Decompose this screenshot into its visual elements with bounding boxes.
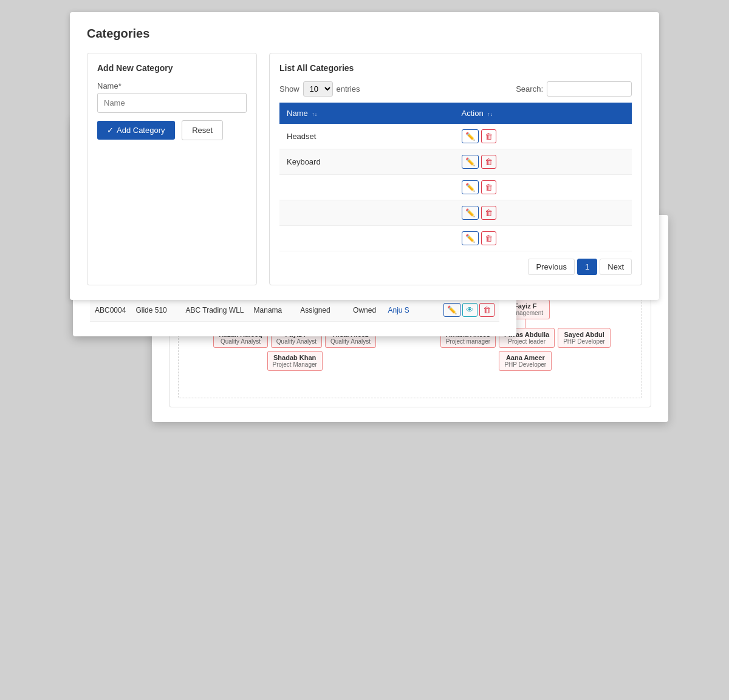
asset-status: Assigned (295, 299, 348, 322)
search-box: Search: (516, 81, 632, 97)
org-child-node: Aana AmeerPHP Developer (499, 351, 552, 371)
edit-button[interactable]: ✏️ (462, 180, 479, 194)
delete-button[interactable]: 🗑 (479, 303, 495, 317)
edit-button[interactable]: ✏️ (462, 206, 479, 220)
search-input[interactable] (547, 81, 632, 97)
asset-location: Manama (249, 299, 296, 322)
category-name-cell: Headset (279, 124, 454, 149)
category-name-cell: Keyboard (279, 149, 454, 175)
categories-title: Categories (87, 27, 642, 41)
delete-button[interactable]: 🗑 (481, 155, 496, 169)
edit-button[interactable]: ✏️ (443, 303, 460, 317)
name-input[interactable] (97, 93, 247, 113)
delete-button[interactable]: 🗑 (481, 206, 496, 220)
asset-custody: Anju S (383, 299, 438, 322)
name-form-group: Name* (97, 81, 247, 113)
edit-button[interactable]: ✏️ (462, 231, 479, 245)
category-name-cell (279, 200, 454, 226)
category-name-cell (279, 226, 454, 251)
table-row: ✏️ 🗑 (279, 175, 632, 200)
page-1-button[interactable]: 1 (577, 259, 597, 275)
delete-button[interactable]: 🗑 (481, 129, 496, 143)
add-category-box-title: Add New Category (97, 63, 247, 73)
view-button[interactable]: 👁 (462, 303, 477, 317)
categories-table: Name ↑↓ Action ↑↓ Headset ✏️ 🗑 (279, 103, 632, 251)
entries-select[interactable]: 10 25 50 (303, 81, 333, 97)
add-category-button[interactable]: ✓ Add Category (97, 121, 175, 140)
category-name-cell (279, 175, 454, 200)
org-child-node: Sayed AbdulPHP Developer (558, 328, 611, 348)
sort-icon-action: ↑↓ (487, 111, 493, 117)
table-row: Keyboard ✏️ 🗑 (279, 149, 632, 175)
asset-type: Owned (348, 299, 383, 322)
categories-panel: Categories Add New Category Name* ✓ Add … (70, 12, 659, 300)
list-categories-box: List All Categories Show 10 25 50 entrie… (269, 53, 642, 285)
next-button[interactable]: Next (600, 259, 632, 275)
show-entries: Show 10 25 50 entries (279, 81, 360, 97)
asset-name: Glide 510 (131, 299, 180, 322)
edit-button[interactable]: ✏️ (462, 129, 479, 143)
category-action-cell: ✏️ 🗑 (454, 200, 632, 226)
category-action-cell: ✏️ 🗑 (454, 175, 632, 200)
org-child-node: Shadab KhanProject Manager (267, 351, 323, 371)
category-action-cell: ✏️ 🗑 (454, 149, 632, 175)
asset-action: ✏️ 👁 🗑 (439, 299, 499, 322)
pagination: Previous 1 Next (279, 259, 632, 275)
table-row: ✏️ 🗑 (279, 226, 632, 251)
table-row: ✏️ 🗑 (279, 200, 632, 226)
col-name: Name ↑↓ (279, 103, 454, 124)
prev-button[interactable]: Previous (528, 259, 575, 275)
category-action-cell: ✏️ 🗑 (454, 124, 632, 149)
asset-code: ABC0004 (90, 299, 131, 322)
custody-link[interactable]: Anju S (388, 306, 409, 314)
name-label: Name* (97, 81, 247, 90)
list-categories-title: List All Categories (279, 63, 632, 73)
checkmark-icon: ✓ (107, 126, 114, 135)
col-action: Action ↑↓ (454, 103, 632, 124)
category-action-cell: ✏️ 🗑 (454, 226, 632, 251)
delete-button[interactable]: 🗑 (481, 180, 496, 194)
delete-button[interactable]: 🗑 (481, 231, 496, 245)
table-row: ABC0004 Glide 510 ABC Trading WLL Manama… (90, 299, 499, 322)
reset-button[interactable]: Reset (182, 120, 223, 140)
table-controls: Show 10 25 50 entries Search: (279, 81, 632, 97)
table-row: Headset ✏️ 🗑 (279, 124, 632, 149)
edit-button[interactable]: ✏️ (462, 155, 479, 169)
asset-company: ABC Trading WLL (181, 299, 249, 322)
sort-icon-name: ↑↓ (312, 111, 317, 117)
add-category-box: Add New Category Name* ✓ Add Category Re… (87, 53, 257, 285)
